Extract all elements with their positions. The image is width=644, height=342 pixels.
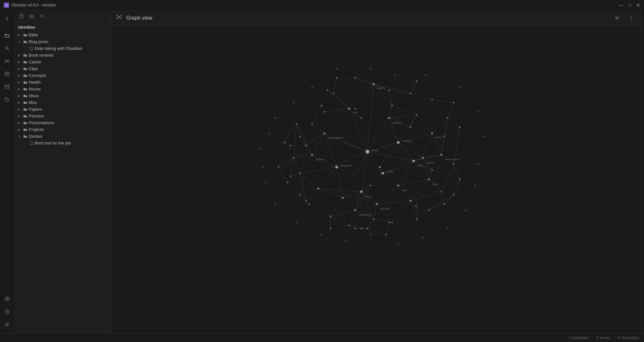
tree-item-concepts[interactable]: ▶ Concepts xyxy=(14,72,110,79)
app-icon xyxy=(4,3,9,8)
svg-point-24 xyxy=(7,313,7,313)
tree-item-blog-posts[interactable]: ▼ Blog posts xyxy=(14,38,110,45)
maximize-button[interactable]: □ xyxy=(629,3,631,8)
tree-item-projects[interactable]: ▶ Projects xyxy=(14,126,110,133)
graph-node-center xyxy=(366,150,369,153)
tree-item-persons[interactable]: ▶ Persons xyxy=(14,113,110,119)
svg-point-271 xyxy=(370,68,371,69)
svg-point-284 xyxy=(346,240,347,242)
tree-item-book-reviews[interactable]: ▶ Book reviews xyxy=(14,52,110,59)
svg-point-229 xyxy=(284,142,285,143)
sort-button[interactable] xyxy=(37,12,46,21)
svg-point-248 xyxy=(444,203,445,205)
svg-point-282 xyxy=(398,243,399,245)
svg-point-238 xyxy=(355,228,356,229)
svg-point-217 xyxy=(355,108,356,109)
folder-icon-book-reviews xyxy=(23,53,27,57)
svg-text:papers: papers xyxy=(377,87,385,89)
file-icon-best-tool xyxy=(30,141,33,145)
tree-item-misc[interactable]: ▶ Misc xyxy=(14,99,110,106)
svg-point-237 xyxy=(330,228,331,229)
graph-close-button[interactable] xyxy=(612,13,622,23)
tree-item-papers[interactable]: ▶ Papers xyxy=(14,106,110,113)
tree-arrow-blog-posts: ▼ xyxy=(18,40,22,43)
tree-item-best-tool[interactable]: Best tool for the job xyxy=(14,140,110,146)
svg-point-210 xyxy=(354,209,356,211)
svg-point-42 xyxy=(631,16,631,16)
svg-point-275 xyxy=(478,111,479,112)
tree-item-presentations[interactable]: ▶ Presentations xyxy=(14,119,110,126)
svg-point-259 xyxy=(410,93,412,94)
svg-point-241 xyxy=(373,218,374,220)
calendar-button[interactable] xyxy=(1,81,13,93)
svg-point-219 xyxy=(324,111,325,113)
graph-more-options-button[interactable] xyxy=(626,13,636,23)
svg-point-230 xyxy=(290,145,291,146)
svg-point-250 xyxy=(453,163,454,165)
folder-icon-blog-posts xyxy=(23,40,27,44)
tree-arrow-clips: ▶ xyxy=(18,67,22,70)
minimize-button[interactable]: — xyxy=(619,3,623,8)
tree-item-ideas[interactable]: ▶ Ideas xyxy=(14,92,110,99)
file-explorer-button[interactable] xyxy=(1,30,13,41)
svg-point-233 xyxy=(305,200,307,202)
tree-item-note-taking[interactable]: Note taking with Obsidian xyxy=(14,45,110,52)
folder-icon-persons xyxy=(23,114,27,118)
svg-point-264 xyxy=(453,102,454,103)
tag-button[interactable] xyxy=(1,94,13,106)
svg-point-205 xyxy=(397,185,399,187)
tree-item-health[interactable]: ▶ Health xyxy=(14,79,110,86)
settings-button[interactable] xyxy=(1,319,13,330)
tree-arrow-concepts: ▶ xyxy=(18,74,22,77)
svg-point-194 xyxy=(382,172,384,175)
sidebar-icons xyxy=(0,10,14,333)
status-bar: 0 backlinks 0 words 0 characters xyxy=(0,333,644,342)
tree-arrow-presentations: ▶ xyxy=(18,121,22,125)
folder-icon-papers xyxy=(23,107,27,111)
svg-point-262 xyxy=(410,126,412,128)
svg-point-273 xyxy=(425,74,427,76)
svg-point-201 xyxy=(311,154,313,156)
svg-text:bible: bible xyxy=(433,183,438,186)
new-file-button[interactable] xyxy=(17,12,26,21)
file-panel: obsidian ▶ Bible ▼ Blog posts Note takin… xyxy=(14,10,111,333)
back-button[interactable] xyxy=(1,13,13,24)
tree-label-house: House xyxy=(29,87,107,91)
svg-point-266 xyxy=(269,133,270,134)
camera-button[interactable] xyxy=(1,293,13,305)
tree-item-bible[interactable]: ▶ Bible xyxy=(14,32,110,38)
svg-point-257 xyxy=(388,89,390,91)
tree-item-clips[interactable]: ▶ Clips xyxy=(14,65,110,72)
table-button[interactable] xyxy=(1,68,13,80)
svg-text:quotes: quotes xyxy=(427,161,434,164)
svg-point-44 xyxy=(631,19,631,20)
svg-point-232 xyxy=(299,194,301,196)
help-button[interactable] xyxy=(1,306,13,318)
svg-point-204 xyxy=(379,166,381,168)
tree-item-quotes[interactable]: ▼ Quotes xyxy=(14,133,110,140)
svg-point-244 xyxy=(388,222,390,223)
close-button[interactable]: ✕ xyxy=(636,3,640,8)
svg-text:career: career xyxy=(436,136,443,139)
svg-text:best tool: best tool xyxy=(380,207,390,210)
svg-point-240 xyxy=(367,228,368,229)
folder-icon-bible xyxy=(23,33,27,37)
svg-text:clips: clips xyxy=(402,189,407,192)
tree-label-career: Career xyxy=(29,60,107,64)
new-folder-button[interactable] xyxy=(27,12,36,21)
graph-canvas[interactable]: central blog posts concepts health house… xyxy=(111,26,641,333)
tree-item-house[interactable]: ▶ House xyxy=(14,86,110,92)
svg-point-265 xyxy=(259,148,260,149)
svg-point-20 xyxy=(6,99,7,99)
svg-point-267 xyxy=(275,117,276,119)
svg-point-258 xyxy=(391,105,393,106)
tree-item-career[interactable]: ▶ Career xyxy=(14,59,110,65)
search-button[interactable] xyxy=(1,42,13,54)
svg-point-198 xyxy=(373,83,375,85)
svg-point-251 xyxy=(459,179,460,180)
svg-point-249 xyxy=(453,194,454,196)
graph-view-button[interactable] xyxy=(1,55,13,67)
folder-icon-projects xyxy=(23,127,27,132)
file-icon-note-taking xyxy=(30,47,33,51)
titlebar-left: Obsidian v0.8.0 - obsidian xyxy=(4,3,56,8)
